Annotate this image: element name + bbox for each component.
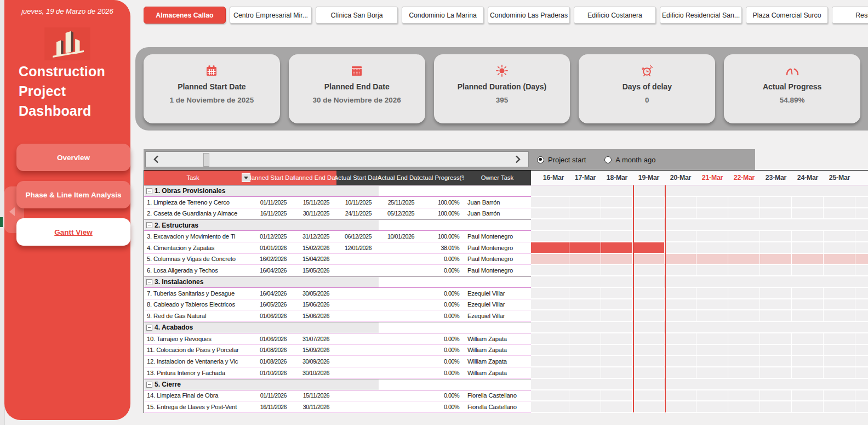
- group-label-cell: 4. Acabados: [144, 322, 379, 333]
- gantt-gridlines: [531, 367, 868, 378]
- sidebar-item-gantt-view[interactable]: Gantt View: [16, 218, 130, 246]
- group-label-cell: 3. Instalaciones: [144, 276, 379, 288]
- gantt-row-cell: [531, 401, 868, 413]
- actual-end-cell: [379, 265, 421, 276]
- scroll-right-arrow-icon[interactable]: [513, 155, 523, 164]
- tab-plaza-comercial-surco[interactable]: Plaza Comercial Surco: [746, 7, 828, 24]
- table-row: 6. Losa Aligerada y Techos16/04/202615/0…: [144, 265, 868, 276]
- owner-cell: Paul Montenegro: [464, 242, 531, 254]
- task-name-cell: 6. Losa Aligerada y Techos: [144, 265, 242, 276]
- actual-progress-cell: 0.00%: [421, 254, 464, 265]
- actual-progress-cell: 0.00%: [421, 345, 464, 356]
- tab-almacenes-callao[interactable]: Almacenes Callao: [144, 7, 226, 24]
- tab-edificio-costanera[interactable]: Edificio Costanera: [574, 7, 656, 24]
- gantt-date-18-mar: 18-Mar: [601, 171, 633, 185]
- task-name-cell: 1. Limpieza de Terreno y Cerco: [144, 197, 242, 208]
- planned-start-cell: 16/02/2026: [250, 254, 294, 265]
- actual-progress-cell: 0.00%: [421, 356, 464, 367]
- table-row: 11. Colocacion de Pisos y Porcelar01/08/…: [144, 345, 868, 356]
- actual-end-cell: 25/11/2025: [379, 197, 421, 208]
- planned-start-cell: 01/08/2026: [250, 356, 294, 367]
- calendar-end-icon: [350, 64, 363, 78]
- group-row-filler: [379, 219, 531, 231]
- scrollbar-thumb[interactable]: [203, 153, 209, 167]
- scroll-left-arrow-icon[interactable]: [151, 155, 161, 164]
- tab-condominio-las-praderas[interactable]: Condominio Las Praderas: [488, 7, 570, 24]
- planned-start-cell: 16/04/2026: [250, 265, 294, 276]
- gauge-icon: [785, 64, 800, 78]
- sidebar-item-overview[interactable]: Overview: [16, 144, 130, 171]
- planned-end-cell: 31/12/2025: [294, 231, 336, 242]
- actual-end-cell: [379, 345, 421, 356]
- kpi-title: Planned Duration (Days): [458, 82, 547, 91]
- gantt-gridlines: [531, 333, 868, 344]
- actual-progress-cell: 100.00%: [421, 197, 464, 208]
- gantt-group-cell: [531, 185, 868, 197]
- view-option-a-month-ago[interactable]: A month ago: [604, 156, 655, 164]
- radio-icon: [604, 156, 612, 163]
- timeline-view-options: Project startA month ago: [537, 149, 655, 170]
- owner-cell: Juan Barrón: [464, 197, 531, 208]
- actual-start-cell: [336, 310, 379, 322]
- actual-start-cell: [336, 333, 379, 345]
- gantt-gridlines: [531, 265, 868, 275]
- planned-end-cell: 15/11/2026: [294, 390, 336, 402]
- planned-end-cell: 15/09/2026: [294, 345, 336, 356]
- tab-cl-nica-san-borja[interactable]: Clínica San Borja: [316, 7, 398, 24]
- planned-end-cell: 15/06/2026: [294, 299, 336, 311]
- table-body: 1. Obras Provisionales1. Limpieza de Ter…: [144, 185, 868, 413]
- excel-selection-mark: [0, 217, 3, 227]
- filter-spacer-cell: [242, 310, 250, 322]
- group-row-filler: [379, 185, 531, 197]
- table-row: 9. Red de Gas Natural01/06/202615/06/202…: [144, 310, 868, 322]
- actual-progress-cell: 0.00%: [421, 265, 464, 276]
- actual-progress-cell: 0.00%: [421, 299, 464, 311]
- kpi-value: 30 de Noviembre de 2026: [313, 96, 401, 104]
- filter-spacer-cell: [242, 208, 250, 220]
- gantt-scrollbar[interactable]: [145, 151, 529, 167]
- actual-progress-cell: 0.00%: [421, 288, 464, 299]
- table-row: 13. Pintura Interior y Fachada01/10/2026…: [144, 367, 868, 379]
- owner-cell: Ezequiel Villar: [464, 299, 531, 311]
- planned-end-cell: 30/10/2026: [294, 367, 336, 379]
- filter-dropdown-button[interactable]: [242, 173, 250, 182]
- kpi-value: 54.89%: [780, 96, 805, 104]
- view-option-project-start[interactable]: Project start: [537, 156, 586, 164]
- group-row: 4. Acabados: [144, 322, 868, 333]
- radio-label: Project start: [548, 156, 586, 164]
- tab-condominio-la-marina[interactable]: Condominio La Marina: [402, 7, 484, 24]
- kpi-card-planned-end-date: Planned End Date30 de Noviembre de 2026: [289, 54, 425, 123]
- alarm-clock-icon: [641, 64, 654, 78]
- gantt-group-cell: [531, 219, 868, 231]
- actual-start-cell: [336, 345, 379, 356]
- collapse-group-icon[interactable]: [146, 279, 152, 285]
- group-name: 2. Estructuras: [155, 222, 198, 229]
- gantt-gridlines: [531, 310, 868, 321]
- collapse-group-icon[interactable]: [146, 325, 152, 331]
- collapse-group-icon[interactable]: [146, 382, 152, 388]
- group-label-cell: 5. Cierre: [144, 379, 379, 390]
- gantt-gridlines: [531, 401, 868, 412]
- planned-end-cell: 30/11/2026: [294, 401, 336, 413]
- collapse-group-icon[interactable]: [146, 188, 152, 194]
- planned-start-header: Planned Start Date: [250, 171, 294, 185]
- gantt-group-cell: [531, 322, 868, 333]
- tab-edificio-residencial-san[interactable]: Edificio Residencial San...: [660, 7, 742, 24]
- actual-progress-cell: 38.01%: [421, 242, 464, 254]
- gantt-date-21-mar: 21-Mar: [696, 171, 728, 185]
- table-header-row: Task Planned Start Date Planned End Date…: [144, 171, 868, 185]
- planned-start-cell: 01/10/2026: [250, 367, 294, 379]
- tab-centro-empresarial-mir[interactable]: Centro Empresarial Mir...: [230, 7, 312, 24]
- gantt-date-17-mar: 17-Mar: [569, 171, 601, 185]
- filter-spacer-cell: [242, 231, 250, 242]
- tab-residencial[interactable]: Residencial: [832, 7, 868, 24]
- actual-progress-cell: 0.00%: [421, 310, 464, 322]
- sidebar-item-phase-line-item-analysis[interactable]: Phase & Line Item Analysis: [16, 181, 130, 208]
- gantt-gridlines: [531, 390, 868, 401]
- gantt-date-24-mar: 24-Mar: [792, 171, 824, 185]
- gantt-row-cell: [531, 231, 868, 242]
- task-name-cell: 9. Red de Gas Natural: [144, 310, 242, 322]
- filter-spacer-cell: [242, 367, 250, 379]
- collapse-group-icon[interactable]: [146, 222, 152, 228]
- dashboard-title: Construction Project Dashboard: [19, 61, 130, 121]
